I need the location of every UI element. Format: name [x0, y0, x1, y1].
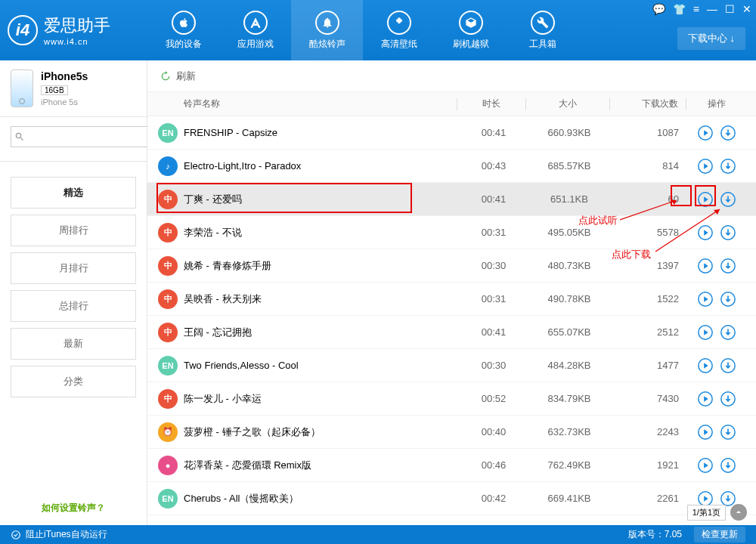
flower-icon	[387, 11, 411, 35]
download-count: 2261	[611, 493, 686, 504]
size: 669.41KB	[528, 493, 611, 504]
search-input[interactable]	[11, 126, 148, 147]
play-button[interactable]	[697, 125, 714, 141]
ringtone-name: FRENSHIP - Capsize	[178, 127, 460, 138]
size: 762.49KB	[528, 459, 611, 471]
lang-badge: ⏰	[158, 422, 178, 442]
lang-badge: ●	[158, 456, 178, 475]
ringtone-name: 王阔 - 忘记拥抱	[178, 326, 460, 339]
download-count: 1477	[611, 360, 686, 371]
download-button[interactable]	[720, 291, 736, 308]
table-row[interactable]: EN Two Friends,Alesso - Cool 00:30 484.2…	[147, 349, 756, 382]
lang-badge: EN	[158, 489, 178, 508]
table-row[interactable]: 中 姚希 - 青春修炼手册 00:30 480.73KB 1397	[147, 249, 756, 283]
nav-jailbreak[interactable]: 刷机越狱	[435, 0, 507, 60]
download-button[interactable]	[720, 391, 736, 407]
side-nav-latest[interactable]: 最新	[11, 328, 136, 360]
download-count: 5578	[611, 227, 686, 238]
menu-icon[interactable]: ≡	[693, 3, 699, 15]
duration: 00:42	[460, 493, 528, 504]
check-update-button[interactable]: 检查更新	[694, 527, 745, 542]
device-image	[11, 70, 33, 107]
close-icon[interactable]: ✕	[742, 3, 751, 15]
table-row[interactable]: 中 吴映香 - 秋天别来 00:31 490.78KB 1522	[147, 283, 756, 316]
table-row[interactable]: EN Cherubs - All（慢摇欧美） 00:42 669.41KB 22…	[147, 482, 756, 515]
download-count: 814	[611, 160, 686, 172]
download-count: 7430	[611, 393, 686, 404]
a-icon	[243, 11, 268, 35]
page-button[interactable]: 1/第1页	[687, 505, 726, 521]
lang-badge: 中	[158, 256, 178, 276]
search-bar: 搜索	[0, 117, 147, 162]
skin-icon[interactable]: 👕	[673, 3, 686, 15]
download-button[interactable]	[720, 125, 736, 141]
play-button[interactable]	[697, 324, 714, 341]
download-center-button[interactable]: 下载中心 ↓	[677, 27, 745, 50]
nav-toolbox[interactable]: 工具箱	[507, 0, 578, 60]
device-panel[interactable]: iPhone5s 16GB iPhone 5s	[0, 60, 147, 117]
logo-text-en: www.i4.cn	[44, 37, 110, 46]
play-button[interactable]	[697, 191, 714, 208]
ringtone-name: Electro-Light,Itro - Paradox	[178, 160, 460, 172]
lang-badge: ♪	[158, 156, 178, 176]
table-row[interactable]: 中 丁爽 - 还爱吗 00:41 651.1KB 60	[147, 183, 756, 216]
minimize-icon[interactable]: —	[707, 3, 717, 15]
nav-wallpaper[interactable]: 高清壁纸	[363, 0, 435, 60]
bell-icon	[315, 11, 339, 35]
play-button[interactable]	[697, 224, 714, 241]
side-nav-category[interactable]: 分类	[11, 366, 136, 397]
side-nav-featured[interactable]: 精选	[11, 177, 136, 209]
download-count: 1087	[611, 127, 686, 138]
side-nav-all[interactable]: 总排行	[11, 290, 136, 322]
ringtone-name: 陈一发儿 - 小幸运	[178, 392, 460, 406]
size: 490.78KB	[528, 293, 611, 304]
nav-ringtones[interactable]: 酷炫铃声	[291, 0, 363, 60]
version-label: 版本号：7.05	[628, 528, 682, 541]
table-row[interactable]: EN FRENSHIP - Capsize 00:41 660.93KB 108…	[147, 116, 756, 150]
download-count: 1921	[611, 459, 686, 471]
maximize-icon[interactable]: ☐	[725, 3, 735, 15]
table-row[interactable]: 中 陈一发儿 - 小幸运 00:52 834.79KB 7430	[147, 382, 756, 416]
feedback-icon[interactable]: 💬	[652, 3, 665, 15]
table-row[interactable]: 中 王阔 - 忘记拥抱 00:41 655.07KB 2512	[147, 316, 756, 349]
logo-text-cn: 爱思助手	[44, 14, 110, 37]
play-button[interactable]	[697, 291, 714, 308]
download-button[interactable]	[720, 357, 736, 374]
download-button[interactable]	[720, 224, 736, 241]
play-button[interactable]	[697, 258, 714, 274]
download-button[interactable]	[720, 191, 736, 208]
logo-icon: i4	[8, 15, 38, 45]
table-row[interactable]: ● 花澤香菜 - 恋愛循環 Remix版 00:46 762.49KB 1921	[147, 449, 756, 482]
duration: 00:41	[460, 127, 528, 138]
table-header: 铃声名称 时长 大小 下载次数 操作	[147, 92, 756, 116]
table-row[interactable]: 中 李荣浩 - 不说 00:31 495.05KB 5578	[147, 216, 756, 249]
ringtone-name: Two Friends,Alesso - Cool	[178, 360, 460, 371]
play-button[interactable]	[697, 457, 714, 474]
table-row[interactable]: ♪ Electro-Light,Itro - Paradox 00:43 685…	[147, 150, 756, 183]
side-nav-month[interactable]: 月排行	[11, 252, 136, 284]
play-button[interactable]	[697, 357, 714, 374]
col-name: 铃声名称	[147, 97, 457, 110]
refresh-button[interactable]: 刷新	[147, 60, 756, 92]
download-count: 1397	[611, 260, 686, 271]
play-button[interactable]	[697, 158, 714, 175]
table-row[interactable]: ⏰ 菠萝橙 - 锤子之歌（起床必备） 00:40 632.73KB 2243	[147, 416, 756, 449]
size: 495.05KB	[528, 227, 611, 238]
itunes-block[interactable]: 阻止iTunes自动运行	[11, 528, 107, 541]
check-icon	[11, 530, 21, 540]
scroll-top-button[interactable]	[730, 504, 747, 521]
download-button[interactable]	[720, 158, 736, 175]
download-button[interactable]	[720, 324, 736, 341]
play-button[interactable]	[697, 391, 714, 407]
side-nav-week[interactable]: 周排行	[11, 215, 136, 246]
nav-my-device[interactable]: 我的设备	[147, 0, 219, 60]
play-button[interactable]	[697, 424, 714, 440]
help-link[interactable]: 如何设置铃声？	[11, 502, 136, 515]
download-button[interactable]	[720, 424, 736, 440]
download-button[interactable]	[720, 258, 736, 274]
download-button[interactable]	[720, 457, 736, 474]
download-count: 60	[611, 193, 686, 205]
lang-badge: 中	[158, 323, 178, 342]
download-count: 1522	[611, 293, 686, 304]
nav-apps[interactable]: 应用游戏	[219, 0, 291, 60]
